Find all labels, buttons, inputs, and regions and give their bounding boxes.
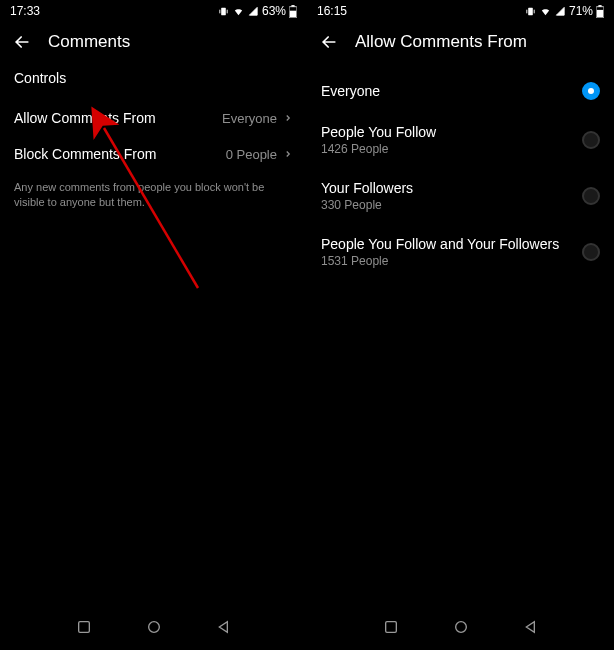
nav-recents-icon[interactable] [76, 619, 92, 635]
setting-label: Allow Comments From [14, 110, 156, 126]
status-time: 17:33 [10, 4, 40, 18]
option-label: Everyone [321, 83, 380, 99]
radio-selected-icon[interactable] [582, 82, 600, 100]
phone-right: 16:15 71% Allow Comments From Everyone [307, 0, 614, 650]
svg-rect-10 [534, 9, 535, 13]
option-both[interactable]: People You Follow and Your Followers 153… [307, 224, 614, 280]
nav-home-icon[interactable] [146, 619, 162, 635]
status-icons: 63% [218, 4, 297, 18]
svg-rect-13 [597, 9, 603, 16]
svg-rect-6 [78, 622, 89, 633]
help-text: Any new comments from people you block w… [0, 172, 307, 219]
svg-point-7 [148, 622, 159, 633]
section-controls: Controls [0, 70, 307, 100]
option-text: People You Follow 1426 People [321, 124, 436, 156]
battery-icon [289, 5, 297, 18]
nav-recents-icon[interactable] [383, 619, 399, 635]
signal-icon [248, 6, 259, 17]
nav-bar [307, 610, 614, 650]
nav-bar [0, 610, 307, 650]
svg-point-15 [455, 622, 466, 633]
nav-home-icon[interactable] [453, 619, 469, 635]
setting-value-wrap: 0 People [226, 147, 293, 162]
back-icon[interactable] [319, 32, 339, 52]
svg-rect-1 [219, 9, 220, 13]
status-icons: 71% [525, 4, 604, 18]
row-block-comments-from[interactable]: Block Comments From 0 People [0, 136, 307, 172]
svg-rect-14 [385, 622, 396, 633]
chevron-right-icon [283, 113, 293, 123]
option-label: People You Follow [321, 124, 436, 140]
option-sub: 1531 People [321, 254, 559, 268]
nav-back-icon[interactable] [523, 619, 539, 635]
option-text: Your Followers 330 People [321, 180, 413, 212]
setting-value: Everyone [222, 111, 277, 126]
setting-value-wrap: Everyone [222, 111, 293, 126]
svg-rect-0 [221, 7, 226, 14]
battery-icon [596, 5, 604, 18]
radio-icon[interactable] [582, 187, 600, 205]
option-label: People You Follow and Your Followers [321, 236, 559, 252]
radio-icon[interactable] [582, 243, 600, 261]
option-sub: 330 People [321, 198, 413, 212]
option-label: Your Followers [321, 180, 413, 196]
chevron-right-icon [283, 149, 293, 159]
wifi-icon [232, 6, 245, 17]
option-text: People You Follow and Your Followers 153… [321, 236, 559, 268]
wifi-icon [539, 6, 552, 17]
back-icon[interactable] [12, 32, 32, 52]
status-bar: 16:15 71% [307, 0, 614, 22]
status-time: 16:15 [317, 4, 347, 18]
option-sub: 1426 People [321, 142, 436, 156]
vibrate-icon [525, 6, 536, 17]
page-title: Allow Comments From [355, 32, 527, 52]
svg-rect-12 [598, 5, 601, 7]
setting-label: Block Comments From [14, 146, 156, 162]
title-row: Allow Comments From [307, 22, 614, 70]
battery-percent: 63% [262, 4, 286, 18]
option-your-followers[interactable]: Your Followers 330 People [307, 168, 614, 224]
radio-icon[interactable] [582, 131, 600, 149]
svg-rect-9 [526, 9, 527, 13]
nav-back-icon[interactable] [216, 619, 232, 635]
page-title: Comments [48, 32, 130, 52]
option-everyone[interactable]: Everyone [307, 70, 614, 112]
row-allow-comments-from[interactable]: Allow Comments From Everyone [0, 100, 307, 136]
signal-icon [555, 6, 566, 17]
phone-left: 17:33 63% Comments Controls Allow Commen… [0, 0, 307, 650]
vibrate-icon [218, 6, 229, 17]
status-bar: 17:33 63% [0, 0, 307, 22]
setting-value: 0 People [226, 147, 277, 162]
battery-percent: 71% [569, 4, 593, 18]
option-people-you-follow[interactable]: People You Follow 1426 People [307, 112, 614, 168]
svg-rect-5 [290, 10, 296, 16]
svg-rect-2 [227, 9, 228, 13]
svg-rect-4 [291, 5, 294, 7]
option-text: Everyone [321, 83, 380, 99]
title-row: Comments [0, 22, 307, 70]
svg-rect-8 [528, 7, 533, 14]
